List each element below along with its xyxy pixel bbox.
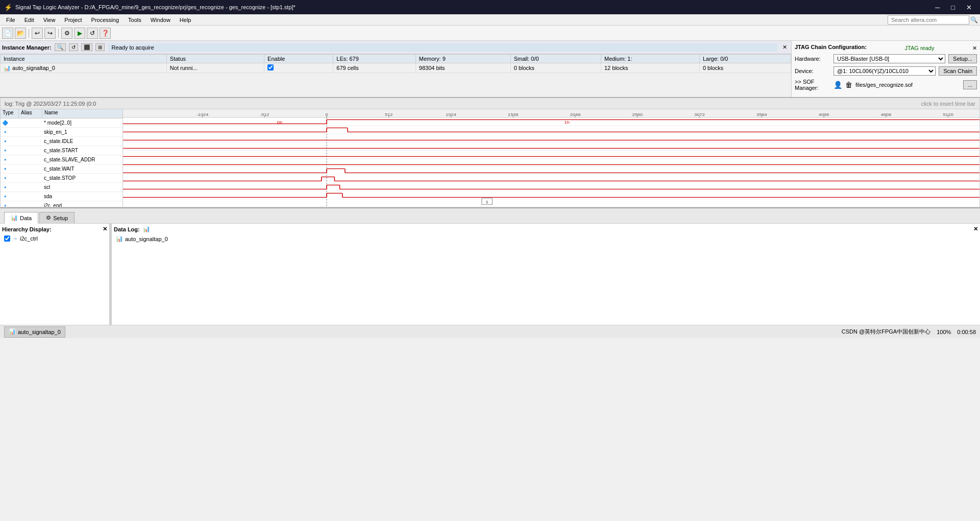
jtag-sof-icon1[interactable]: 👤 [834,81,842,89]
wave-content: Type Alias Name 🔷 * mode[2..0] 🔹 skip_en… [1,109,979,207]
instance-panel-close[interactable]: ✕ [780,44,789,51]
sig-name-i2c: i2c_end [42,203,122,207]
jtag-setup-button[interactable]: Setup... [948,54,977,63]
svg-rect-1 [123,109,979,117]
instance-expand-btn[interactable]: ⊞ [95,43,105,51]
col-name-header: Name [42,109,122,118]
redo-button[interactable]: ↪ [44,28,56,39]
open-button[interactable]: 📂 [15,28,26,39]
signal-row-stop: 🔹 c_state.STOP [1,174,122,183]
data-item-icon: 📊 [116,235,123,242]
tab-data[interactable]: 📊 Data [4,212,38,224]
jtag-sof-label: >> SOF Manager: [795,79,830,91]
jtag-sof-browse-btn[interactable]: ... [963,80,977,89]
signal-row-slave: 🔹 c_state.SLAVE_ADDR [1,155,122,164]
cell-status: Not runni... [166,63,264,73]
sig-name-wait: c_state.WAIT [42,166,122,172]
data-log-icon[interactable]: 📊 [143,226,150,232]
menu-window[interactable]: Window [146,16,175,24]
menu-tools[interactable]: Tools [124,16,145,24]
cell-enable[interactable] [264,63,333,73]
refresh-button[interactable]: ↺ [87,28,98,39]
instance-manager-label: Instance Manager: [2,44,52,51]
menu-view[interactable]: View [39,16,60,24]
hierarchy-close[interactable]: ✕ [103,226,107,232]
col-memory: Memory: 9 [415,55,510,63]
jtag-hardware-select[interactable]: USB-Blaster [USB-0] [834,54,945,63]
jtag-header-row: JTAG Chain Configuration: JTAG ready ✕ [795,44,977,52]
new-button[interactable]: 📄 [2,28,13,39]
signal-row-start: 🔹 c_state.START [1,146,122,155]
menu-file[interactable]: File [2,16,19,24]
data-log-title-row: Data Log: 📊 [114,226,150,232]
toolbar-sep-1 [29,29,29,38]
menu-edit[interactable]: Edit [20,16,38,24]
title-text: Signal Tap Logic Analyzer - D:/A_FPGA/0_… [15,4,928,10]
hierarchy-checkbox[interactable] [4,235,10,242]
data-item[interactable]: 📊 auto_signaltap_0 [114,234,978,243]
instance-stop-btn[interactable]: ⬛ [81,43,92,51]
tab-bar: 📊 Data ⚙ Setup [0,208,980,224]
signal-list: Type Alias Name 🔷 * mode[2..0] 🔹 skip_en… [1,109,123,207]
hierarchy-panel: Hierarchy Display: ✕ → i2c_ctrl [0,224,110,325]
scan-chain-button[interactable]: Scan Chain [939,66,977,76]
help-button[interactable]: ❓ [100,28,111,39]
signal-row-sda: 🔹 sda [1,192,122,201]
search-input[interactable] [888,15,969,25]
col-alias-header: Alias [19,109,42,118]
menu-help[interactable]: Help [176,16,195,24]
cell-les: 679 cells [333,63,415,73]
sig-name-idle: c_state.IDLE [42,138,122,144]
col-small: Small: 0/0 [510,55,601,63]
status-bottom-tab[interactable]: 📊 auto_signaltap_0 [4,326,65,338]
menu-processing[interactable]: Processing [87,16,123,24]
waveform-area: log: Trig @ 2023/03/27 11:25:09 (0:0 cli… [0,98,980,207]
menu-project[interactable]: Project [60,16,86,24]
wave-log-text: log: Trig @ 2023/03/27 11:25:09 (0:0 [5,101,96,107]
undo-button[interactable]: ↩ [32,28,43,39]
jtag-panel: JTAG Chain Configuration: JTAG ready ✕ H… [791,41,980,97]
signal-row-idle: 🔹 c_state.IDLE [1,137,122,146]
hierarchy-item[interactable]: → i2c_ctrl [2,234,107,243]
svg-text:1h: 1h [565,120,570,124]
jtag-device-label: Device: [795,68,830,74]
hierarchy-label: Hierarchy Display: [2,226,52,232]
tab-setup[interactable]: ⚙ Setup [39,212,75,223]
instance-manager-icon-btn[interactable]: 🔍 [55,43,66,51]
jtag-close[interactable]: ✕ [972,45,977,52]
maximize-button[interactable]: □ [947,3,959,12]
signal-row-mode: 🔷 * mode[2..0] [1,119,122,128]
instance-status-bar: Ready to acquire [108,43,777,52]
tab-setup-label: Setup [53,215,68,221]
sig-name-mode: * mode[2..0] [42,120,122,126]
status-tab-label: auto_signaltap_0 [18,329,61,335]
col-instance: Instance [1,55,167,63]
signal-row-scl: 🔹 scl [1,183,122,192]
status-csdn: CSDN @英特尔FPGA中国创新中心 [842,328,930,336]
enable-checkbox[interactable] [267,64,274,70]
instance-table-wrapper: Instance Status Enable LEs: 679 Memory: … [0,54,791,73]
instance-refresh-btn[interactable]: ↺ [69,43,78,51]
run-button[interactable]: ▶ [74,28,85,39]
cell-memory: 98304 bits [415,63,510,73]
instance-table: Instance Status Enable LEs: 679 Memory: … [0,54,791,73]
minimize-button[interactable]: ─ [931,3,944,12]
waveform-display[interactable]: -1024 -512 0 512 1024 1536 2048 2560 307… [123,109,979,207]
data-log-close[interactable]: ✕ [973,226,978,232]
cell-small: 0 blocks [510,63,601,73]
toolbar-sep-2 [58,29,59,38]
signal-row-skip: 🔹 skip_en_1 [1,128,122,137]
data-log-label: Data Log: [114,226,140,232]
jtag-sof-icon2[interactable]: 🗑 [845,81,852,89]
sig-type-wait: 🔹 [1,166,19,172]
tab-setup-icon: ⚙ [46,215,51,221]
instance-tbody: 📊 auto_signaltap_0 Not runni... 679 cell… [1,63,791,73]
signal-row-wait: 🔹 c_state.WAIT [1,164,122,174]
settings-button[interactable]: ⚙ [61,28,72,39]
jtag-sof-row: >> SOF Manager: 👤 🗑 files/ges_recognize.… [795,79,977,91]
jtag-device-select[interactable]: @1: 10CL006(Y|Z)/10CL010 [834,66,936,76]
close-button[interactable]: ✕ [962,3,976,12]
hierarchy-header: Hierarchy Display: ✕ [2,226,107,232]
sig-name-skip: skip_en_1 [42,129,122,135]
col-status: Status [166,55,264,63]
